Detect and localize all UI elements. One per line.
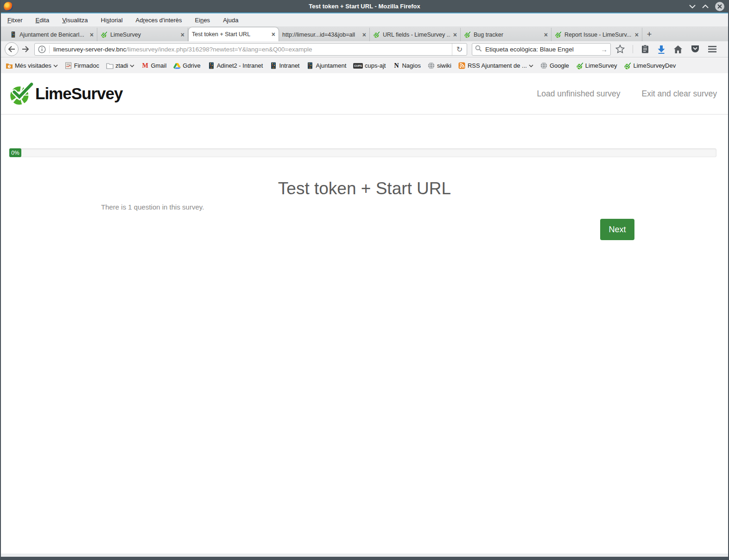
tab-close-icon[interactable]: × xyxy=(635,32,639,38)
building-icon xyxy=(306,62,314,70)
reading-list-icon[interactable] xyxy=(641,45,649,54)
chevron-down-icon xyxy=(130,64,134,67)
bookmark-ajuntament[interactable]: Ajuntament xyxy=(306,62,346,70)
menu-edit[interactable]: Edita xyxy=(36,17,50,24)
bookmark-rss-ajuntament[interactable]: RSS Ajuntament de ... xyxy=(458,62,533,70)
search-bar[interactable]: Etiqueta ecològica: Blaue Engel → xyxy=(472,43,611,56)
menu-bar: Fitxer Edita Visualitza Historial Adrece… xyxy=(1,13,728,26)
load-unfinished-survey-link[interactable]: Load unfinished survey xyxy=(537,89,621,99)
bookmark-label: Ajuntament xyxy=(316,62,346,69)
bookmark-label: Adinet2 - Intranet xyxy=(217,62,263,69)
bookmark-label: RSS Ajuntament de ... xyxy=(468,62,527,69)
bookmark-mes-visitades[interactable]: Més visitades xyxy=(6,62,58,70)
bookmark-firmadoc[interactable]: Firmadoc xyxy=(65,62,99,70)
tab-bug-tracker[interactable]: Bug tracker × xyxy=(461,28,552,41)
gmail-icon: M xyxy=(141,62,149,70)
back-button[interactable] xyxy=(5,42,19,56)
tab-close-icon[interactable]: × xyxy=(362,32,366,38)
url-path: /limesurvey/index.php/316298?newtest=Y&l… xyxy=(126,46,312,53)
bookmark-limesurveydev[interactable]: LimeSurveyDev xyxy=(624,62,676,70)
bookmark-label: Intranet xyxy=(279,62,299,69)
progress-bar: 0% xyxy=(9,148,716,157)
bookmark-google[interactable]: Google xyxy=(540,62,569,70)
search-input[interactable]: Etiqueta ecològica: Blaue Engel xyxy=(485,46,597,53)
cups-icon: CUPS xyxy=(353,63,363,69)
page-content: LimeSurvey Load unfinished survey Exit a… xyxy=(1,73,728,554)
tab-bar: Ajuntament de Benicarl... × LimeSurvey ×… xyxy=(1,26,728,41)
tab-label: Ajuntament de Benicarl... xyxy=(19,32,87,38)
next-button[interactable]: Next xyxy=(600,219,634,240)
tab-report-issue[interactable]: Report Issue - LimeSurv... × xyxy=(552,28,642,41)
bookmark-adinet2[interactable]: Adinet2 - Intranet xyxy=(208,62,263,70)
survey-title: Test token + Start URL xyxy=(1,179,728,198)
home-icon[interactable] xyxy=(673,45,683,54)
bookmark-gmail[interactable]: M Gmail xyxy=(141,62,166,70)
bookmark-siwiki[interactable]: siwiki xyxy=(428,62,451,70)
star-icon[interactable] xyxy=(615,45,625,54)
limesurvey-favicon xyxy=(101,31,108,38)
limesurvey-favicon xyxy=(464,31,471,38)
tab-close-icon[interactable]: × xyxy=(181,32,184,38)
forward-button[interactable] xyxy=(19,43,32,55)
chevron-down-icon xyxy=(53,64,58,67)
menu-tools[interactable]: Eines xyxy=(195,17,210,24)
url-host: limesurvey-server-dev.bnc xyxy=(53,46,126,53)
site-info-icon[interactable] xyxy=(38,45,46,53)
globe-icon xyxy=(540,62,548,70)
tab-limesurvey-url[interactable]: http://limesur...id=43&job=all × xyxy=(279,28,370,41)
pocket-icon[interactable] xyxy=(691,45,700,54)
tab-ajuntament[interactable]: Ajuntament de Benicarl... × xyxy=(6,28,97,41)
bookmark-intranet[interactable]: Intranet xyxy=(270,62,299,70)
reload-icon[interactable]: ↻ xyxy=(452,44,467,55)
new-tab-button[interactable]: + xyxy=(642,28,656,41)
menu-file[interactable]: Fitxer xyxy=(7,17,23,24)
building-icon xyxy=(208,62,215,70)
minimize-icon[interactable] xyxy=(689,5,696,8)
tab-close-icon[interactable]: × xyxy=(544,32,548,38)
menu-history[interactable]: Historial xyxy=(101,17,123,24)
navigation-toolbar: limesurvey-server-dev.bnc/limesurvey/ind… xyxy=(1,41,728,57)
tab-close-icon[interactable]: × xyxy=(272,31,275,38)
menu-view[interactable]: Visualitza xyxy=(62,17,88,24)
tab-label: Test token + Start URL xyxy=(192,31,269,38)
window-bottom-frame xyxy=(1,557,728,560)
bookmark-ztadi[interactable]: ztadi xyxy=(106,62,134,70)
tab-url-fields[interactable]: URL fields - LimeSurvey ... × xyxy=(370,28,461,41)
tab-label: Bug tracker xyxy=(474,32,541,38)
bookmark-nagios[interactable]: N Nagios xyxy=(393,62,420,70)
bookmark-limesurvey[interactable]: LimeSurvey xyxy=(576,62,617,70)
tab-label: LimeSurvey xyxy=(110,32,178,38)
tab-close-icon[interactable]: × xyxy=(90,32,94,38)
limesurvey-favicon xyxy=(624,62,631,70)
tab-test-token-active[interactable]: Test token + Start URL × xyxy=(188,27,279,41)
survey-question-count: There is 1 question in this survey. xyxy=(101,203,204,211)
gdrive-icon xyxy=(173,62,181,70)
brand-name: LimeSurvey xyxy=(35,84,122,103)
bookmark-gdrive[interactable]: Gdrive xyxy=(173,62,200,70)
maximize-icon[interactable] xyxy=(702,5,709,8)
tab-limesurvey[interactable]: LimeSurvey × xyxy=(97,28,188,41)
menu-icon[interactable] xyxy=(708,45,717,53)
url-separator xyxy=(49,45,50,53)
rss-icon xyxy=(458,62,466,70)
toolbar-separator xyxy=(633,45,633,53)
search-go-icon[interactable]: → xyxy=(601,45,608,53)
limesurvey-favicon xyxy=(576,62,583,70)
url-text[interactable]: limesurvey-server-dev.bnc/limesurvey/ind… xyxy=(53,46,452,53)
menu-bookmarks[interactable]: Adreces d'interès xyxy=(136,17,182,24)
tab-label: Report Issue - LimeSurv... xyxy=(564,32,632,38)
limesurvey-logo-icon xyxy=(8,81,34,107)
bookmark-label: ztadi xyxy=(115,62,128,69)
exit-and-clear-survey-link[interactable]: Exit and clear survey xyxy=(642,89,717,99)
tab-close-icon[interactable]: × xyxy=(453,32,457,38)
title-bar: Test token + Start URL - Mozilla Firefox xyxy=(1,0,728,13)
bookmark-label: LimeSurvey xyxy=(585,62,617,69)
url-bar[interactable]: limesurvey-server-dev.bnc/limesurvey/ind… xyxy=(34,43,467,56)
menu-help[interactable]: Ajuda xyxy=(223,17,238,24)
tab-label: URL fields - LimeSurvey ... xyxy=(383,32,450,38)
bookmark-cups-ajt[interactable]: CUPS cups-ajt xyxy=(353,62,386,69)
folder-icon xyxy=(106,62,114,70)
limesurvey-favicon xyxy=(373,31,380,38)
download-icon[interactable] xyxy=(657,45,666,54)
close-icon[interactable] xyxy=(715,2,724,11)
